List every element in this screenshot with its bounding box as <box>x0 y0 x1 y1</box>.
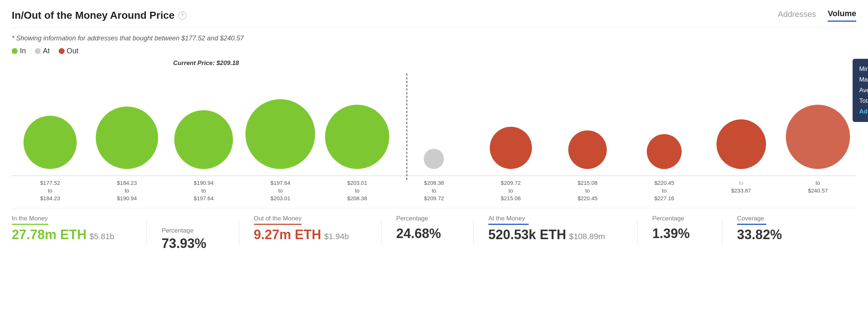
stat-out-bar <box>254 224 302 225</box>
x-label-8: $220.45 to $227.16 <box>626 179 703 202</box>
divider-3 <box>381 220 382 246</box>
bubble-8 <box>647 134 682 169</box>
bubble-col-7 <box>549 81 626 169</box>
divider-5 <box>637 220 638 246</box>
x-label-9: to $233.87 <box>703 179 779 202</box>
legend-at: At <box>35 47 50 55</box>
header: In/Out of the Money Around Price ? Addre… <box>12 9 856 28</box>
x-label-4: $203.01 to $208.38 <box>319 179 395 202</box>
current-price-line <box>406 73 407 180</box>
legend-dot-in <box>12 48 18 54</box>
stat-at-value: 520.53k ETH $108.89m <box>488 227 605 242</box>
bubble-4 <box>325 105 389 169</box>
stat-in-the-money: In the Money 27.78m ETH $5.81b <box>12 215 132 242</box>
subtitle: * Showing information for addresses that… <box>12 35 856 42</box>
legend-label-in: In <box>20 47 26 55</box>
bubble-col-10: Min Price: $233.87 Max Price: $240.57 Av… <box>780 81 856 169</box>
divider-1 <box>146 220 147 246</box>
tooltip-addresses-label: Addresses: <box>859 108 868 115</box>
stats-row: In the Money 27.78m ETH $5.81b In the Mo… <box>12 208 856 251</box>
x-label-7: $215.08 to $220.45 <box>549 179 626 202</box>
bubble-2 <box>174 110 233 169</box>
legend-label-out: Out <box>67 47 79 55</box>
bubble-3 <box>245 99 315 169</box>
stat-at-label: At the Money <box>488 215 605 222</box>
x-axis: $177.52 to $184.23 $184.23 to $190.94 $1… <box>12 176 856 202</box>
stat-pct-in-bar <box>161 224 206 225</box>
stat-pct-out-value: 24.68% <box>396 226 441 241</box>
bubble-col-9 <box>703 81 779 169</box>
stat-coverage-bar <box>737 224 766 225</box>
main-container: In/Out of the Money Around Price ? Addre… <box>0 0 868 313</box>
tooltip: Min Price: $233.87 Max Price: $240.57 Av… <box>853 59 868 122</box>
stat-pct-in-value: 73.93% <box>161 236 206 251</box>
bubble-col-3 <box>242 81 319 169</box>
bubble-col-0 <box>12 81 88 169</box>
legend-dot-out <box>59 48 65 54</box>
stat-out-pct: Percentage 24.68% <box>396 215 459 241</box>
legend-in: In <box>12 47 26 55</box>
tooltip-avg-price-label: Average Price: <box>859 87 868 94</box>
tooltip-total-vol-label: Total Volume: <box>859 97 868 104</box>
legend: In At Out <box>12 47 856 55</box>
legend-label-at: At <box>43 47 50 55</box>
stat-coverage-label: Coverage <box>737 215 782 222</box>
bubble-5 <box>424 149 444 169</box>
help-icon[interactable]: ? <box>178 11 186 19</box>
stat-at-pct: Percentage 1.39% <box>652 215 707 241</box>
x-label-3: $197.64 to $203.01 <box>242 179 319 202</box>
page-title: In/Out of the Money Around Price <box>12 10 175 21</box>
stat-coverage-value: 33.82% <box>737 227 782 242</box>
x-label-10: to $240.57 <box>780 179 856 202</box>
tab-volume[interactable]: Volume <box>828 9 856 22</box>
chart-area: Current Price: $209.18 <box>12 62 856 202</box>
bubble-9 <box>716 119 766 169</box>
x-label-6: $209.72 to $215.08 <box>473 179 549 202</box>
tab-addresses[interactable]: Addresses <box>778 10 816 21</box>
bubble-col-8 <box>626 81 703 169</box>
current-price-label: Current Price: $209.18 <box>173 60 239 67</box>
bubbles-row: Min Price: $233.87 Max Price: $240.57 Av… <box>12 81 856 169</box>
tooltip-max-price-label: Max Price: <box>859 76 868 83</box>
bubble-1 <box>96 107 158 169</box>
x-label-5: $208.38 to $209.72 <box>395 179 472 202</box>
stat-in-value: 27.78m ETH $5.81b <box>12 227 114 242</box>
bubble-10 <box>786 105 850 169</box>
x-label-0: $177.52 to $184.23 <box>12 179 88 202</box>
stat-pct-out-heading: Percentage <box>396 215 441 222</box>
stat-pct-at-heading: Percentage <box>652 215 690 222</box>
legend-out: Out <box>59 47 79 55</box>
divider-6 <box>722 220 722 246</box>
bubble-7 <box>568 130 607 169</box>
stat-coverage: Coverage 33.82% <box>737 215 799 242</box>
stat-out-label: Out of the Money <box>254 215 349 222</box>
bubble-col-6 <box>473 81 549 169</box>
x-label-2: $190.94 to $197.64 <box>165 179 242 202</box>
divider-2 <box>239 220 239 246</box>
stat-pct-at-value: 1.39% <box>652 226 690 241</box>
stat-out-the-money: Out of the Money 9.27m ETH $1.94b <box>254 215 366 242</box>
legend-dot-at <box>35 48 41 54</box>
bubble-col-1 <box>88 81 165 169</box>
tab-group: Addresses Volume <box>778 9 856 22</box>
stat-in-label: In the Money <box>12 215 114 222</box>
bubble-6 <box>490 127 532 169</box>
stat-at-bar <box>488 224 529 225</box>
stat-at-the-money: At the Money 520.53k ETH $108.89m <box>488 215 623 242</box>
stat-in-pct: In the Money Percentage 73.93% <box>161 215 224 251</box>
tooltip-min-price-label: Min Price: <box>859 65 868 72</box>
bubble-0 <box>23 116 77 169</box>
bubble-col-2 <box>165 81 242 169</box>
divider-4 <box>473 220 474 246</box>
bubble-col-4 <box>319 81 395 169</box>
stat-in-bar <box>12 224 48 225</box>
stat-out-value: 9.27m ETH $1.94b <box>254 227 349 242</box>
x-label-1: $184.23 to $190.94 <box>88 179 165 202</box>
stat-pct-in-heading: Percentage <box>161 227 206 234</box>
